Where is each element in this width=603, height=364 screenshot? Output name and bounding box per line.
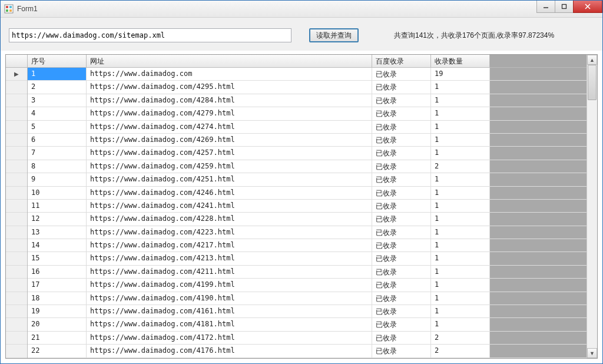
cell-count[interactable]: 1	[431, 81, 490, 93]
cell-status[interactable]: 已收录	[372, 134, 431, 146]
cell-index[interactable]: 15	[28, 252, 87, 264]
col-header-url[interactable]: 网址	[87, 55, 372, 67]
row-selector[interactable]	[6, 226, 27, 239]
cell-index[interactable]: 10	[28, 187, 87, 199]
cell-status[interactable]: 已收录	[372, 279, 431, 291]
cell-status[interactable]: 已收录	[372, 94, 431, 107]
cell-status[interactable]: 已收录	[372, 213, 431, 225]
table-row[interactable]: 12https://www.daimadog.com/4228.html已收录1	[28, 213, 587, 226]
cell-status[interactable]: 已收录	[372, 81, 431, 93]
row-selector-current-icon[interactable]: ▶	[6, 68, 27, 81]
cell-count[interactable]: 1	[431, 266, 490, 278]
col-header-count[interactable]: 收录数量	[431, 55, 490, 67]
cell-url[interactable]: https://www.daimadog.com/4190.html	[87, 292, 372, 305]
col-header-index[interactable]: 序号	[28, 55, 87, 67]
cell-index[interactable]: 17	[28, 279, 87, 291]
table-row[interactable]: 3https://www.daimadog.com/4284.html已收录1	[28, 94, 587, 107]
cell-index[interactable]: 3	[28, 94, 87, 107]
read-and-query-button[interactable]: 读取并查询	[309, 28, 359, 42]
cell-url[interactable]: https://www.daimadog.com/4223.html	[87, 226, 372, 239]
table-row[interactable]: 11https://www.daimadog.com/4241.html已收录1	[28, 200, 587, 213]
cell-index[interactable]: 14	[28, 239, 87, 252]
cell-url[interactable]: https://www.daimadog.com/4246.html	[87, 187, 372, 199]
row-selector-header[interactable]	[6, 55, 27, 68]
row-selector[interactable]	[6, 147, 27, 160]
cell-url[interactable]: https://www.daimadog.com/4211.html	[87, 266, 372, 278]
cell-url[interactable]: https://www.daimadog.com/4241.html	[87, 200, 372, 212]
cell-count[interactable]: 2	[431, 160, 490, 173]
cell-status[interactable]: 已收录	[372, 107, 431, 120]
cell-status[interactable]: 已收录	[372, 345, 431, 357]
cell-url[interactable]: https://www.daimadog.com/4295.html	[87, 81, 372, 93]
cell-count[interactable]: 1	[431, 147, 490, 159]
cell-count[interactable]: 1	[431, 173, 490, 186]
row-selector[interactable]	[6, 305, 27, 318]
cell-count[interactable]: 1	[431, 187, 490, 199]
table-row[interactable]: 10https://www.daimadog.com/4246.html已收录1	[28, 187, 587, 200]
cell-count[interactable]: 1	[431, 200, 490, 212]
table-row[interactable]: 6https://www.daimadog.com/4269.html已收录1	[28, 134, 587, 147]
cell-index[interactable]: 13	[28, 226, 87, 239]
cell-count[interactable]: 1	[431, 279, 490, 291]
cell-status[interactable]: 已收录	[372, 266, 431, 278]
table-row[interactable]: 4https://www.daimadog.com/4279.html已收录1	[28, 107, 587, 120]
cell-count[interactable]: 1	[431, 239, 490, 252]
table-row[interactable]: 18https://www.daimadog.com/4190.html已收录1	[28, 292, 587, 305]
table-row[interactable]: 17https://www.daimadog.com/4199.html已收录1	[28, 279, 587, 292]
url-input[interactable]	[9, 28, 291, 42]
table-row[interactable]: 9https://www.daimadog.com/4251.html已收录1	[28, 173, 587, 186]
cell-count[interactable]: 19	[431, 68, 490, 80]
cell-count[interactable]: 1	[431, 318, 490, 330]
cell-index[interactable]: 1	[28, 68, 87, 80]
table-row[interactable]: 21https://www.daimadog.com/4172.html已收录2	[28, 332, 587, 345]
row-selector[interactable]	[6, 107, 27, 120]
close-button[interactable]	[573, 1, 602, 13]
cell-status[interactable]: 已收录	[372, 187, 431, 199]
cell-index[interactable]: 9	[28, 173, 87, 186]
table-row[interactable]: 20https://www.daimadog.com/4181.html已收录1	[28, 318, 587, 331]
cell-url[interactable]: https://www.daimadog.com/4279.html	[87, 107, 372, 120]
table-row[interactable]: 13https://www.daimadog.com/4223.html已收录1	[28, 226, 587, 239]
cell-url[interactable]: https://www.daimadog.com/4199.html	[87, 279, 372, 291]
row-selector[interactable]	[6, 134, 27, 147]
row-selector[interactable]	[6, 200, 27, 213]
row-selector[interactable]	[6, 239, 27, 252]
row-selector[interactable]	[6, 213, 27, 226]
cell-url[interactable]: https://www.daimadog.com/4251.html	[87, 173, 372, 186]
table-row[interactable]: 8https://www.daimadog.com/4259.html已收录2	[28, 160, 587, 173]
table-row[interactable]: 14https://www.daimadog.com/4217.html已收录1	[28, 239, 587, 252]
cell-count[interactable]: 1	[431, 252, 490, 264]
cell-status[interactable]: 已收录	[372, 332, 431, 344]
scroll-up-arrow-icon[interactable]: ▲	[587, 55, 597, 65]
cell-url[interactable]: https://www.daimadog.com/4172.html	[87, 332, 372, 344]
table-row[interactable]: 16https://www.daimadog.com/4211.html已收录1	[28, 266, 587, 279]
cell-status[interactable]: 已收录	[372, 173, 431, 186]
maximize-button[interactable]	[555, 1, 574, 13]
scroll-thumb[interactable]	[588, 65, 597, 100]
minimize-button[interactable]	[536, 1, 555, 13]
table-row[interactable]: 15https://www.daimadog.com/4213.html已收录1	[28, 252, 587, 265]
cell-status[interactable]: 已收录	[372, 252, 431, 264]
cell-index[interactable]: 2	[28, 81, 87, 93]
scroll-down-arrow-icon[interactable]: ▼	[587, 348, 597, 358]
cell-url[interactable]: https://www.daimadog.com/4274.html	[87, 121, 372, 133]
col-header-status[interactable]: 百度收录	[372, 55, 431, 67]
cell-count[interactable]: 1	[431, 94, 490, 107]
row-selector[interactable]	[6, 318, 27, 331]
cell-count[interactable]: 2	[431, 345, 490, 357]
row-selector[interactable]	[6, 332, 27, 345]
row-selector[interactable]	[6, 279, 27, 292]
row-selector[interactable]	[6, 345, 27, 358]
data-grid[interactable]: ▶ 序号 网址 百度收录 收录数量 1https://www.daimadog.…	[5, 54, 598, 359]
cell-index[interactable]: 20	[28, 318, 87, 330]
cell-url[interactable]: https://www.daimadog.com/4181.html	[87, 318, 372, 330]
cell-status[interactable]: 已收录	[372, 292, 431, 305]
cell-index[interactable]: 16	[28, 266, 87, 278]
row-selector[interactable]	[6, 160, 27, 173]
cell-count[interactable]: 2	[431, 332, 490, 344]
cell-url[interactable]: https://www.daimadog.com/4257.html	[87, 147, 372, 159]
cell-count[interactable]: 1	[431, 213, 490, 225]
cell-index[interactable]: 5	[28, 121, 87, 133]
row-selector[interactable]	[6, 173, 27, 186]
table-row[interactable]: 2https://www.daimadog.com/4295.html已收录1	[28, 81, 587, 94]
